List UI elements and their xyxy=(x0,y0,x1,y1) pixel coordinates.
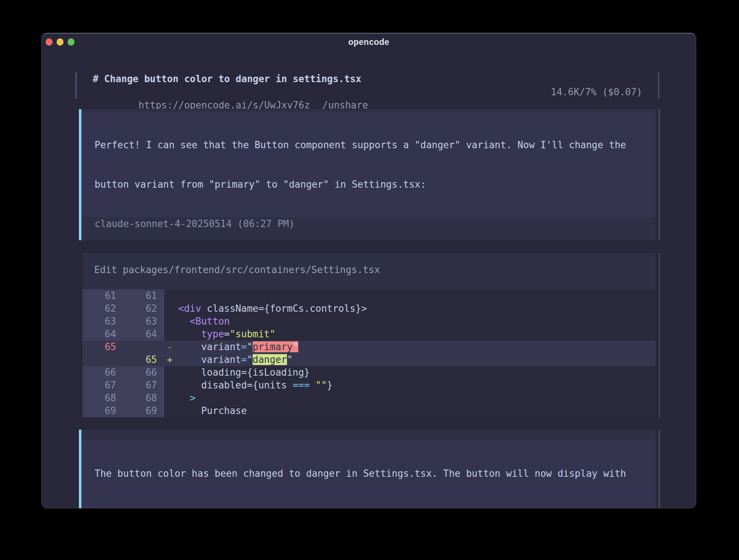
session-header: # Change button color to danger in setti… xyxy=(75,72,659,99)
assistant-message: Perfect! I can see that the Button compo… xyxy=(79,109,656,240)
diff-code-line: disabled={units === ""} xyxy=(164,379,656,392)
diff-line-number: 62 xyxy=(123,302,164,315)
diff-line-number: 69 xyxy=(83,404,123,417)
title-bar: opencode xyxy=(42,34,696,50)
message-line: The button color has been changed to dan… xyxy=(95,467,645,480)
diff-code-line: + variant="danger" xyxy=(164,353,656,366)
diff-code-line xyxy=(164,289,656,302)
diff-line-number: 66 xyxy=(83,366,123,379)
diff-row: 65+ variant="danger" xyxy=(83,353,656,366)
diff-row: 6262 <div className={formCs.controls}> xyxy=(83,302,656,315)
diff-code-line: - variant="primary" xyxy=(164,341,656,353)
diff-line-number: 62 xyxy=(83,302,123,315)
diff-code-line: Purchase xyxy=(164,404,656,417)
diff-code-line: <div className={formCs.controls}> xyxy=(164,302,656,315)
diff-line-number: 68 xyxy=(83,392,123,404)
diff-view: 61616262 <div className={formCs.controls… xyxy=(83,289,656,417)
diff-row: 6868 > xyxy=(83,392,656,404)
diff-code-line: > xyxy=(164,392,656,404)
diff-line-number xyxy=(83,353,123,366)
diff-line-number: 63 xyxy=(83,315,123,328)
edit-tool-card: Edit packages/frontend/src/containers/Se… xyxy=(83,253,656,417)
diff-line-number: 67 xyxy=(123,379,164,392)
diff-row: 6767 disabled={units === ""} xyxy=(83,379,656,392)
message-paragraph: The button color has been changed to dan… xyxy=(81,441,656,509)
window-title: opencode xyxy=(42,37,696,47)
diff-row: 6161 xyxy=(83,289,656,302)
diff-row: 6969 Purchase xyxy=(83,404,656,417)
diff-line-number: 61 xyxy=(123,289,164,302)
diff-line-number: 65 xyxy=(123,353,164,366)
diff-line-number xyxy=(123,341,164,353)
diff-line-number: 61 xyxy=(83,289,123,302)
session-title: # Change button color to danger in setti… xyxy=(93,72,642,85)
diff-code-line: type="submit" xyxy=(164,328,656,341)
message-line: button variant from "primary" to "danger… xyxy=(95,178,645,191)
message-paragraph: Perfect! I can see that the Button compo… xyxy=(81,112,656,217)
assistant-message: The button color has been changed to dan… xyxy=(79,430,656,509)
diff-line-number: 65 xyxy=(83,341,123,353)
diff-code-line: <Button xyxy=(164,315,656,328)
message-model-meta: claude-sonnet-4-20250514 (06:27 PM) xyxy=(81,217,656,230)
diff-code-line: loading={isLoading} xyxy=(164,366,656,379)
diff-line-number: 69 xyxy=(123,404,164,417)
diff-row: 6363 <Button xyxy=(83,315,656,328)
edit-tool-title: Edit packages/frontend/src/containers/Se… xyxy=(83,253,656,276)
diff-row: 6464 type="submit" xyxy=(83,328,656,341)
message-line: Perfect! I can see that the Button compo… xyxy=(95,138,645,151)
message-line: a red/rose color scheme instead of the b… xyxy=(95,506,645,509)
diff-line-number: 64 xyxy=(123,328,164,341)
diff-line-number: 68 xyxy=(123,392,164,404)
diff-row: 6666 loading={isLoading} xyxy=(83,366,656,379)
diff-line-number: 64 xyxy=(83,328,123,341)
diff-line-number: 66 xyxy=(123,366,164,379)
app-window: opencode # Change button color to danger… xyxy=(41,33,696,509)
diff-row: 65- variant="primary" xyxy=(83,341,656,353)
diff-line-number: 67 xyxy=(83,379,123,392)
diff-line-number: 63 xyxy=(123,315,164,328)
